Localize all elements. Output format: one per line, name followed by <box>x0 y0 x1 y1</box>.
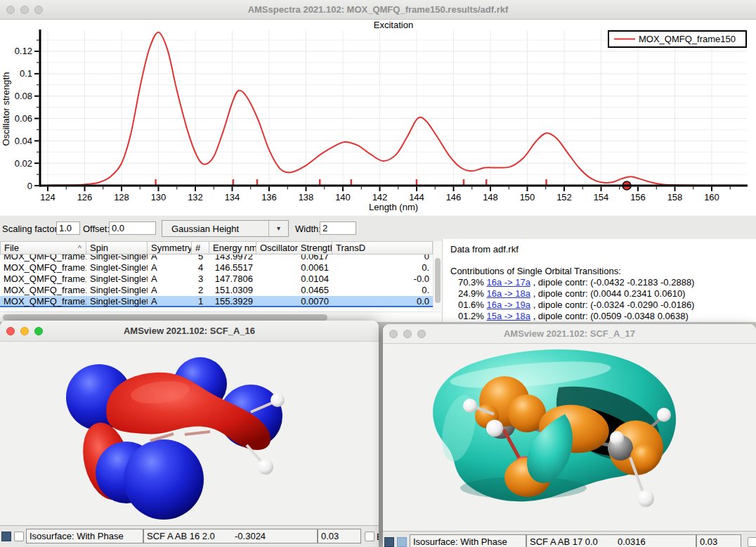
excitation-spectrum-chart[interactable]: 1241261281301321341361381401421441461481… <box>0 20 756 215</box>
table-cell: Singlet-Singlet <box>86 296 148 307</box>
table-cell: MOX_QMFQ_frame150 <box>0 274 86 285</box>
isosurface-mode-field[interactable]: Isosurface: With Phase <box>410 534 526 547</box>
spacer <box>443 255 756 266</box>
svg-text:144: 144 <box>409 192 424 202</box>
orbital-3d-viewport-16[interactable] <box>0 342 379 525</box>
table-row[interactable]: MOX_QMFQ_frame150Singlet-SingletA5143.99… <box>0 255 433 262</box>
table-vertical-scrollbar[interactable] <box>433 241 442 310</box>
table-cell: 0.0070 <box>256 296 332 307</box>
column-header-symmetry[interactable]: Symmetry <box>148 241 192 255</box>
isosurface-checkbox[interactable] <box>14 532 24 541</box>
close-button[interactable] <box>389 330 398 338</box>
phase-color-swatch[interactable] <box>384 537 394 547</box>
width-label: Width: <box>295 224 321 234</box>
table-cell: 1 <box>192 296 209 307</box>
svg-text:156: 156 <box>630 192 646 202</box>
minimize-button[interactable] <box>20 6 29 14</box>
scaling-factor-input[interactable] <box>56 221 80 235</box>
column-header-file[interactable]: File^ <box>0 241 86 255</box>
secondary-color-swatch[interactable] <box>397 537 407 547</box>
contribution-percent: 70.3% <box>458 277 486 288</box>
table-cell: 147.7806 <box>209 274 256 285</box>
svg-text:0.12: 0.12 <box>15 46 32 56</box>
dipole-contribution: , dipole contr: (-0.0324 -0.0290 -0.0186… <box>530 300 694 310</box>
contribution-percent: 01.2% <box>458 311 486 321</box>
table-cell: 151.0309 <box>209 285 256 296</box>
spectra-window-title: AMSspectra 2021.102: MOX_QMFQ_frame150.r… <box>0 0 756 19</box>
table-cell: 155.3929 <box>209 296 256 307</box>
svg-text:0.08: 0.08 <box>15 91 32 101</box>
table-cell: 146.5517 <box>209 262 256 274</box>
svg-text:124: 124 <box>40 192 56 202</box>
svg-text:142: 142 <box>372 192 388 202</box>
extra-checkbox[interactable] <box>748 537 756 547</box>
orbital-3d-viewport-17[interactable] <box>383 344 756 531</box>
contribution-line: 70.3% 16a -> 17a , dipole contr: (-0.043… <box>458 277 756 288</box>
table-cell: Singlet-Singlet <box>86 285 148 296</box>
phase-color-swatch[interactable] <box>1 532 11 541</box>
orbital-field[interactable]: SCF A AB 16 2.0 -0.3024 <box>143 529 318 543</box>
close-button[interactable] <box>6 6 15 14</box>
chevron-down-icon: ▾ <box>268 221 288 236</box>
horizontal-scrollbar-thumb[interactable] <box>3 314 327 321</box>
isovalue-field[interactable]: 0.03 <box>318 529 361 543</box>
svg-text:MOX_QMFQ_frame150: MOX_QMFQ_frame150 <box>639 34 736 44</box>
table-cell: 0.0 <box>332 296 433 307</box>
column-header-transd[interactable]: TransD <box>332 241 433 255</box>
transition-info-panel: Data from adf.rkfContributions of Single… <box>442 239 756 322</box>
column-header-energy-nm[interactable]: Energy nm <box>209 241 256 255</box>
table-row[interactable]: MOX_QMFQ_frame150Singlet-SingletA3147.78… <box>0 274 433 285</box>
svg-text:146: 146 <box>446 192 462 202</box>
offset-input[interactable] <box>109 221 156 235</box>
offset-label: Offset: <box>83 224 110 234</box>
contribution-line: 01.6% 16a -> 19a , dipole contr: (-0.032… <box>458 300 756 311</box>
isosurface-mode-field[interactable]: Isosurface: With Phase <box>26 529 143 543</box>
column-header--[interactable]: # <box>192 241 209 255</box>
orbital-transition-link[interactable]: 16a -> 18a <box>486 288 530 299</box>
table-cell: A <box>148 262 192 274</box>
table-row[interactable]: MOX_QMFQ_frame150Singlet-SingletA1155.39… <box>0 296 433 307</box>
svg-text:138: 138 <box>299 192 314 202</box>
dipole-contribution: , dipole contr: (0.0509 -0.0348 0.0638) <box>530 311 689 321</box>
table-row[interactable]: MOX_QMFQ_frame150Singlet-SingletA4146.55… <box>0 262 433 274</box>
broadening-dropdown[interactable]: Gaussian Height ▾ <box>162 220 289 237</box>
molecular-orbital-isosurface-17 <box>433 349 676 507</box>
minimize-button[interactable] <box>403 330 412 338</box>
svg-text:0.02: 0.02 <box>15 158 32 169</box>
vertical-scrollbar-thumb[interactable] <box>435 258 441 303</box>
orbital-transition-link[interactable]: 16a -> 17a <box>486 277 530 288</box>
table-cell: 0.0465 <box>256 285 332 296</box>
orbital-transition-link[interactable]: 16a -> 19a <box>486 300 530 310</box>
zoom-button[interactable] <box>34 327 43 335</box>
contribution-line: 01.2% 15a -> 18a , dipole contr: (0.0509… <box>458 311 756 322</box>
zoom-button[interactable] <box>417 330 426 338</box>
contributions-heading: Contributions of Single Orbital Transiti… <box>450 266 756 277</box>
zoom-button[interactable] <box>34 6 43 14</box>
molecular-orbital-isosurface-16 <box>66 357 285 520</box>
column-header-oscillator-strength[interactable]: Oscillator Strength <box>256 241 332 255</box>
orbital-transition-link[interactable]: 15a -> 18a <box>486 311 530 321</box>
amsview-window-scf-a-17: AMSview 2021.102: SCF_A_17 <box>383 324 756 547</box>
svg-text:136: 136 <box>261 192 277 202</box>
chart-legend: MOX_QMFQ_frame150 <box>608 31 746 47</box>
table-cell: -0.0 <box>332 274 433 285</box>
width-input[interactable] <box>320 221 356 235</box>
table-cell: Singlet-Singlet <box>86 274 148 285</box>
spectra-titlebar: AMSspectra 2021.102: MOX_QMFQ_frame150.r… <box>0 0 756 20</box>
column-header-spin[interactable]: Spin <box>86 241 148 255</box>
svg-text:0.1: 0.1 <box>20 68 32 79</box>
table-cell: MOX_QMFQ_frame150 <box>0 296 86 307</box>
window-controls <box>6 327 43 335</box>
svg-text:128: 128 <box>114 192 129 202</box>
isovalue-field[interactable]: 0.03 <box>696 534 741 547</box>
minimize-button[interactable] <box>20 327 29 335</box>
table-cell: MOX_QMFQ_frame150 <box>0 255 86 262</box>
svg-text:126: 126 <box>77 192 93 202</box>
svg-text:160: 160 <box>704 192 719 202</box>
close-button[interactable] <box>6 327 15 335</box>
orbital-value: -0.3024 <box>235 529 266 543</box>
orbital-field[interactable]: SCF A AB 17 0.0 0.0316 <box>526 534 696 547</box>
extra-checkbox[interactable] <box>365 532 374 541</box>
svg-text:0.04: 0.04 <box>15 136 32 146</box>
table-row[interactable]: MOX_QMFQ_frame150Singlet-SingletA2151.03… <box>0 285 433 296</box>
